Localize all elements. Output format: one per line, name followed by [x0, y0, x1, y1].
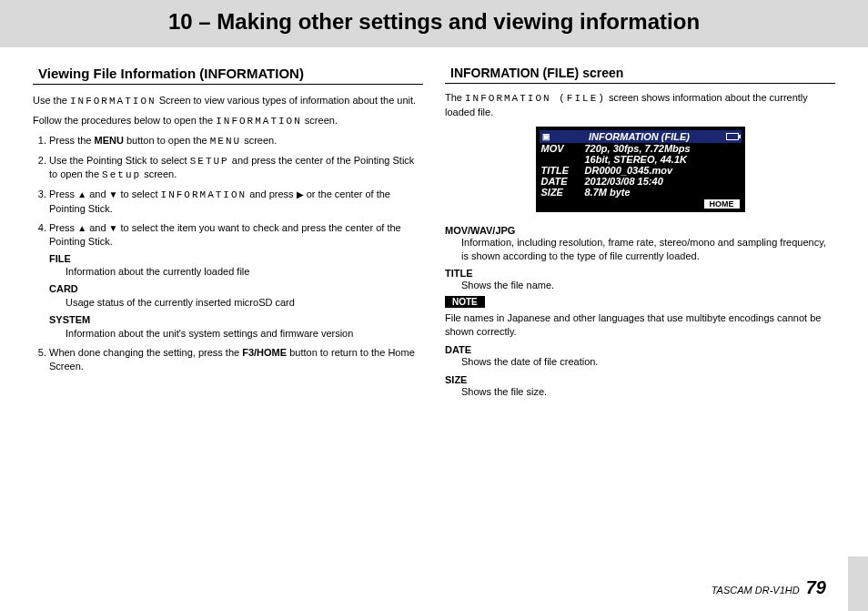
def-body: Information about the unit's system sett… — [49, 327, 423, 341]
field-mov: MOV/WAV/JPG Information, including resol… — [445, 225, 835, 263]
chapter-header: 10 – Making other settings and viewing i… — [0, 0, 868, 47]
field-body: Shows the file size. — [445, 385, 835, 399]
right-intro: The INFORMATION (FILE) screen shows info… — [445, 91, 835, 119]
field-name: SIZE — [445, 374, 835, 385]
procedure-list: Press the MENU button to open the MENU s… — [33, 134, 423, 373]
lcd-row-title: TITLEDR0000_0345.mov — [540, 165, 742, 176]
def-term-file: FILE — [49, 252, 423, 266]
text: screen. — [302, 115, 338, 126]
subsection-title-right: INFORMATION (FILE) screen — [445, 66, 835, 84]
def-body: Information about the currently loaded f… — [49, 265, 423, 279]
field-body: Information, including resolution, frame… — [445, 236, 835, 263]
text: The — [445, 92, 465, 103]
field-name: MOV/WAV/JPG — [445, 225, 835, 236]
lcd-value: 16bit, STEREO, 44.1K — [585, 154, 740, 165]
text: screen. — [141, 168, 177, 179]
sd-icon: ▣ — [540, 132, 553, 141]
lcd-titlebar: ▣ INFORMATION (FILE) — [540, 130, 742, 143]
lcd-text: INFORMATION — [161, 189, 247, 200]
field-name: DATE — [445, 344, 835, 355]
down-arrow-icon: ▼ — [109, 189, 118, 199]
lcd-row-mov: MOV720p, 30fps, 7.72Mbps — [540, 143, 742, 154]
step-1: Press the MENU button to open the MENU s… — [49, 134, 423, 148]
note-label: NOTE — [445, 296, 485, 308]
text: Screen to view various types of informat… — [156, 95, 417, 106]
def-body: Usage status of the currently inserted m… — [49, 296, 423, 310]
text: Press — [49, 222, 77, 233]
lcd-title: INFORMATION (FILE) — [589, 131, 690, 142]
field-body: Shows the date of file creation. — [445, 355, 835, 369]
lcd-home-button: HOME — [704, 199, 740, 209]
body-columns: Viewing File Information (INFORMATION) U… — [33, 66, 835, 399]
up-arrow-icon: ▲ — [77, 223, 86, 233]
lcd-value: 8.7M byte — [585, 187, 740, 198]
lcd-label: DATE — [541, 176, 585, 187]
def-term-system: SYSTEM — [49, 313, 423, 327]
field-name: TITLE — [445, 268, 835, 279]
text: screen. — [241, 135, 277, 146]
text: Press — [49, 188, 77, 199]
lcd-text: MENU — [210, 136, 241, 147]
lcd-label: SIZE — [541, 187, 585, 198]
field-date: DATE Shows the date of file creation. — [445, 344, 835, 369]
chapter-title: 10 – Making other settings and viewing i… — [33, 9, 835, 35]
text: and — [86, 188, 108, 199]
def-term-card: CARD — [49, 282, 423, 296]
text: and — [86, 222, 108, 233]
lcd-text: Setup — [102, 169, 141, 180]
up-arrow-icon: ▲ — [77, 189, 86, 199]
lcd-value: 2012/03/08 15:40 — [585, 176, 740, 187]
field-body: Shows the file name. — [445, 279, 835, 292]
step-2: Use the Pointing Stick to select SETUP a… — [49, 154, 423, 183]
definition-list: FILE Information about the currently loa… — [49, 252, 423, 341]
lcd-row-size: SIZE8.7M byte — [540, 187, 742, 198]
right-arrow-icon: ▶ — [297, 189, 304, 199]
thumb-tab — [848, 556, 868, 611]
battery-icon — [726, 133, 739, 140]
left-column: Viewing File Information (INFORMATION) U… — [33, 66, 423, 399]
page-number: 79 — [806, 577, 826, 597]
product-name: TASCAM DR-V1HD — [712, 585, 800, 596]
lcd-value: DR0000_0345.mov — [585, 165, 740, 176]
lcd-screenshot: ▣ INFORMATION (FILE) MOV720p, 30fps, 7.7… — [445, 127, 835, 212]
text: and press — [247, 188, 296, 199]
lcd-text: INFORMATION — [70, 96, 156, 107]
lcd-frame: ▣ INFORMATION (FILE) MOV720p, 30fps, 7.7… — [536, 127, 745, 212]
field-size: SIZE Shows the file size. — [445, 374, 835, 399]
page-footer: TASCAM DR-V1HD 79 — [712, 577, 826, 598]
lcd-text: INFORMATION (FILE) — [465, 93, 606, 104]
text: Use the — [33, 95, 70, 106]
note-body: File names in Japanese and other languag… — [445, 311, 835, 339]
lcd-text: INFORMATION — [216, 116, 302, 127]
down-arrow-icon: ▼ — [109, 223, 118, 233]
lcd-footer: HOME — [540, 198, 742, 209]
text: When done changing the setting, press th… — [49, 347, 242, 358]
text: Press the — [49, 135, 95, 146]
text: to select — [117, 188, 160, 199]
lcd-label: MOV — [541, 143, 585, 154]
right-column: INFORMATION (FILE) screen The INFORMATIO… — [445, 66, 835, 399]
lcd-row-date: DATE2012/03/08 15:40 — [540, 176, 742, 187]
text: button to open the — [124, 135, 210, 146]
intro-para-1: Use the INFORMATION Screen to view vario… — [33, 94, 423, 108]
field-title: TITLE Shows the file name. — [445, 268, 835, 292]
bold-text: MENU — [95, 135, 124, 146]
section-title-left: Viewing File Information (INFORMATION) — [33, 66, 423, 85]
lcd-label — [541, 154, 585, 165]
text: Use the Pointing Stick to select — [49, 155, 190, 166]
text: Follow the procedures below to open the — [33, 115, 216, 126]
lcd-text: SETUP — [190, 156, 229, 167]
bold-text: F3/HOME — [242, 347, 287, 358]
lcd-value: 720p, 30fps, 7.72Mbps — [585, 143, 740, 154]
step-3: Press ▲ and ▼ to select INFORMATION and … — [49, 188, 423, 216]
lcd-row-mov2: 16bit, STEREO, 44.1K — [540, 154, 742, 165]
step-4: Press ▲ and ▼ to select the item you wan… — [49, 221, 423, 341]
intro-para-2: Follow the procedures below to open the … — [33, 114, 423, 128]
lcd-label: TITLE — [541, 165, 585, 176]
step-5: When done changing the setting, press th… — [49, 346, 423, 373]
